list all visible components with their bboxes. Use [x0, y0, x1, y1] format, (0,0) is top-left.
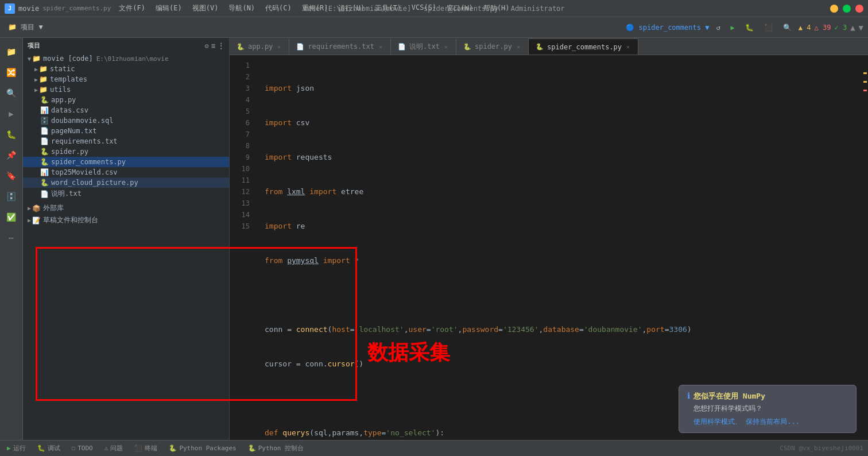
toolbar-down-arrow[interactable]: ▼	[859, 23, 863, 32]
line-num-10: 10	[230, 163, 250, 175]
file-tree-actions: ⚙ ≡ ⋮	[205, 42, 224, 50]
app-py-label: app.py	[51, 96, 76, 104]
csdn-watermark: CSDN @vx_biyesheji0001	[780, 445, 863, 452]
status-terminal[interactable]: ⬛ 终端	[132, 443, 160, 454]
editor-tab-bar: 🐍 app.py ✕ 📄 requirements.txt ✕ 📄 说明.txt…	[230, 38, 868, 55]
collapse-icon[interactable]: ≡	[211, 42, 215, 50]
tab-requirements-txt[interactable]: 📄 requirements.txt ✕	[289, 38, 391, 55]
maximize-button[interactable]: □	[843, 5, 851, 13]
toolbar-stop-btn[interactable]: ⬛	[761, 22, 776, 33]
settings-icon[interactable]: ⋮	[218, 42, 224, 50]
tab-app-py-label: app.py	[248, 42, 273, 51]
word-cloud-py-label: word_cloud_picture.py	[51, 179, 138, 187]
window-title: code [E:\01zhuomian\movie] - spider_comm…	[303, 5, 564, 13]
sync-icon[interactable]: ⚙	[205, 42, 209, 50]
tree-top25-csv[interactable]: 📊 top25Movield.csv	[23, 167, 229, 177]
root-arrow: ▼	[28, 56, 31, 62]
external-lib-label: 外部库	[43, 203, 64, 213]
requirements-txt-label: requirements.txt	[51, 137, 118, 145]
scratch-arrow: ▶	[28, 217, 31, 223]
datas-csv-label: datas.csv	[51, 106, 88, 114]
sidebar-vcs-icon[interactable]: 🔀	[2, 63, 21, 82]
sidebar-extra-icon[interactable]: ⋯	[2, 229, 21, 247]
tab-requirements-close[interactable]: ✕	[378, 43, 383, 51]
sidebar-pin-icon[interactable]: 📌	[2, 146, 21, 164]
menu-edit[interactable]: 编辑(E)	[151, 2, 187, 14]
toolbar-run-btn[interactable]: ▶	[727, 22, 738, 33]
menu-navigate[interactable]: 导航(N)	[224, 2, 259, 14]
tree-requirements-txt[interactable]: 📄 requirements.txt	[23, 136, 229, 146]
line-num-11: 11	[230, 175, 250, 186]
tab-app-py-close[interactable]: ✕	[276, 43, 282, 51]
menu-view[interactable]: 视图(V)	[188, 2, 223, 14]
toolbar-search[interactable]: 🔍	[780, 22, 795, 33]
status-python-packages[interactable]: 🐍 Python Packages	[166, 443, 238, 453]
tab-spider-comments-close[interactable]: ✕	[625, 43, 631, 51]
status-python-console[interactable]: 🐍 Python 控制台	[246, 443, 306, 454]
code-line-8: conn = connect(host='localhost',user='ro…	[265, 324, 853, 335]
tree-external-lib[interactable]: ▶ 📦 外部库	[23, 202, 229, 214]
sidebar-database-icon[interactable]: 🗄️	[2, 187, 21, 206]
sidebar-todo-icon[interactable]: ✅	[2, 208, 21, 226]
readme-txt-label: 说明.txt	[51, 189, 82, 199]
tab-app-py[interactable]: 🐍 app.py ✕	[230, 38, 289, 55]
tree-templates[interactable]: ▶ 📁 templates	[23, 74, 229, 84]
tree-douban-sql[interactable]: 🗄️ doubanmovie.sql	[23, 115, 229, 126]
sidebar-run-icon[interactable]: ▶	[2, 105, 21, 123]
tree-app-py[interactable]: 🐍 app.py	[23, 95, 229, 105]
tree-scratch[interactable]: ▶ 📝 草稿文件和控制台	[23, 214, 229, 226]
utils-folder-icon: 📁	[39, 86, 48, 94]
status-debug[interactable]: 🐛 调试	[35, 443, 63, 454]
douban-sql-icon: 🗄️	[40, 117, 49, 125]
side-icon-bar: 📁 🔀 🔍 ▶ 🐛 📌 🔖 🗄️ ✅ ⋯	[0, 38, 23, 440]
main-layout: 📁 🔀 🔍 ▶ 🐛 📌 🔖 🗄️ ✅ ⋯ 项目 ⚙ ≡ ⋮	[0, 38, 868, 440]
sidebar-project-icon[interactable]: 📁	[2, 42, 21, 61]
toolbar-debug-btn[interactable]: 🐛	[742, 22, 757, 33]
code-editor[interactable]: 1 2 3 4 5 6 7 8 9 10 11 12 13 14 15	[230, 55, 868, 440]
numpy-body: 您想打开科学模式吗？	[693, 404, 800, 414]
close-button[interactable]: ✕	[855, 5, 863, 13]
status-run[interactable]: ▶ 运行	[5, 443, 28, 454]
toolbar-up-arrow[interactable]: ▲	[850, 23, 855, 32]
code-content[interactable]: import json import csv import requests f…	[255, 55, 862, 440]
tree-spider-py[interactable]: 🐍 spider.py	[23, 146, 229, 157]
tree-utils[interactable]: ▶ 📁 utils	[23, 84, 229, 95]
scroll-warn-1	[863, 72, 867, 74]
status-problem[interactable]: ⚠ 问题	[102, 443, 126, 454]
static-folder-icon: 📁	[39, 65, 48, 73]
tab-readme-close[interactable]: ✕	[443, 43, 449, 51]
app-py-icon: 🐍	[40, 96, 49, 104]
sidebar-bookmark-icon[interactable]: 🔖	[2, 167, 21, 185]
tree-spider-comments-py[interactable]: 🐍 spider_comments.py	[23, 157, 229, 167]
numpy-link-scientific[interactable]: 使用科学模式、	[693, 418, 742, 426]
tree-pagenum-txt[interactable]: 📄 pageNum.txt	[23, 126, 229, 136]
tree-static[interactable]: ▶ 📁 static	[23, 64, 229, 74]
status-bar-right: CSDN @vx_biyesheji0001	[780, 445, 863, 452]
tab-spider-close[interactable]: ✕	[516, 43, 521, 51]
sidebar-debug-icon[interactable]: 🐛	[2, 125, 21, 144]
tree-readme-txt[interactable]: 📄 说明.txt	[23, 188, 229, 200]
tab-readme-txt[interactable]: 📄 说明.txt ✕	[391, 38, 456, 55]
numpy-link-keep[interactable]: 保持当前布局...	[746, 418, 800, 426]
toolbar-project-dropdown[interactable]: 📁 项目 ▼	[5, 21, 46, 34]
code-line-4: from lxml import etree	[265, 186, 853, 198]
toolbar-rerun[interactable]: ↺	[712, 22, 723, 33]
tree-root[interactable]: ▼ 📁 movie [code] E:\01zhuomian\movie	[23, 53, 229, 64]
line-num-7: 7	[230, 129, 250, 140]
sidebar-search-icon[interactable]: 🔍	[2, 84, 21, 102]
tab-app-py-icon: 🐍	[237, 43, 245, 51]
menu-file[interactable]: 文件(F)	[114, 2, 150, 14]
requirements-txt-icon: 📄	[40, 137, 49, 145]
minimize-button[interactable]: —	[830, 5, 838, 13]
utils-label: utils	[50, 86, 71, 94]
scratch-icon: 📝	[32, 217, 41, 225]
line-num-6: 6	[230, 117, 250, 129]
tab-requirements-label: requirements.txt	[308, 42, 374, 51]
root-folder-icon: 📁	[32, 55, 41, 63]
tab-spider-py[interactable]: 🐍 spider.py ✕	[456, 38, 529, 55]
status-todo[interactable]: ☐ TODO	[69, 443, 95, 453]
tree-word-cloud-py[interactable]: 🐍 word_cloud_picture.py	[23, 177, 229, 188]
menu-code[interactable]: 代码(C)	[261, 2, 296, 14]
tab-spider-comments-py[interactable]: 🐍 spider_comments.py ✕	[529, 38, 638, 55]
tree-datas-csv[interactable]: 📊 datas.csv	[23, 105, 229, 115]
